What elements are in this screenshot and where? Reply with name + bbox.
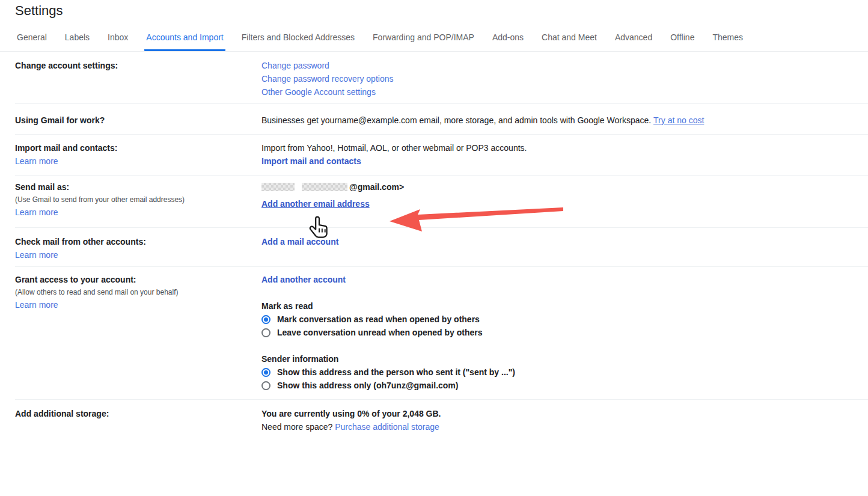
row-subnote: (Allow others to read and send mail on y… [15,286,247,298]
storage-usage-text: You are currently using 0% of your 2,048… [261,407,868,420]
learn-more-link[interactable]: Learn more [15,248,58,262]
mark-as-read-heading: Mark as read [261,299,868,313]
tab-labels[interactable]: Labels [63,25,91,51]
row-label: Grant access to your account: [15,273,247,286]
tab-inbox[interactable]: Inbox [106,25,130,51]
tab-offline[interactable]: Offline [668,25,696,51]
radio-option-label: Leave conversation unread when opened by… [277,326,483,339]
tab-chat-and-meet[interactable]: Chat and Meet [540,25,599,51]
settings-tabbar: General Labels Inbox Accounts and Import… [0,25,868,52]
radio-button-mark-read[interactable] [261,315,270,324]
settings-row-storage: Add additional storage: You are currentl… [15,400,868,443]
radio-button-show-address-only[interactable] [261,381,270,390]
radio-option-label: Show this address and the person who sen… [277,366,515,379]
settings-row-gmail-for-work: Using Gmail for work? Businesses get you… [15,104,868,135]
row-label: Send mail as: [15,180,247,194]
radio-button-show-address-and-sender[interactable] [261,368,270,377]
learn-more-link[interactable]: Learn more [15,155,58,168]
import-mail-contacts-link[interactable]: Import mail and contacts [261,155,361,168]
change-password-link[interactable]: Change password [261,59,329,72]
redacted-email-block [302,183,347,191]
settings-row-check-mail: Check mail from other accounts: Learn mo… [15,228,868,267]
other-google-account-settings-link[interactable]: Other Google Account settings [261,85,376,99]
tab-general[interactable]: General [15,25,49,51]
add-mail-account-link[interactable]: Add a mail account [261,235,338,248]
settings-row-import-mail: Import mail and contacts: Learn more Imp… [15,135,868,176]
change-password-recovery-link[interactable]: Change password recovery options [261,72,393,85]
tab-advanced[interactable]: Advanced [613,25,654,51]
row-label: Change account settings: [15,59,247,72]
radio-option-label: Show this address only (oh7unz@gmail.com… [277,379,458,392]
tab-add-ons[interactable]: Add-ons [491,25,525,51]
tab-forwarding-and-pop-imap[interactable]: Forwarding and POP/IMAP [371,25,476,51]
row-label: Using Gmail for work? [15,114,247,127]
settings-row-send-mail-as: Send mail as: (Use Gmail to send from yo… [15,176,868,228]
try-at-no-cost-link[interactable]: Try at no cost [653,114,704,127]
purchase-storage-link[interactable]: Purchase additional storage [335,420,439,433]
sender-information-heading: Sender information [261,352,868,366]
settings-row-grant-access: Grant access to your account: (Allow oth… [15,267,868,400]
learn-more-link[interactable]: Learn more [15,206,58,219]
tab-accounts-and-import[interactable]: Accounts and Import [144,25,225,51]
redacted-email-block [261,183,295,191]
need-more-space-text: Need more space? [261,422,332,432]
settings-row-change-account: Change account settings: Change password… [15,52,868,104]
learn-more-link[interactable]: Learn more [15,298,58,311]
gmail-settings-page: Settings General Labels Inbox Accounts a… [0,0,868,496]
row-subnote: (Use Gmail to send from your other email… [15,194,247,206]
add-another-email-link[interactable]: Add another email address [261,197,370,210]
tab-filters-and-blocked-addresses[interactable]: Filters and Blocked Addresses [240,25,356,51]
workspace-promo-text: Businesses get yourname@example.com emai… [261,115,651,125]
tab-themes[interactable]: Themes [711,25,745,51]
add-another-account-link[interactable]: Add another account [261,273,346,286]
row-label: Import mail and contacts: [15,141,247,155]
import-description: Import from Yahoo!, Hotmail, AOL, or oth… [261,141,868,155]
radio-option-label: Mark conversation as read when opened by… [277,313,480,326]
row-label: Add additional storage: [15,407,247,420]
page-title: Settings [0,0,868,19]
radio-button-leave-unread[interactable] [261,328,270,337]
email-suffix: @gmail.com> [349,182,404,192]
row-label: Check mail from other accounts: [15,235,247,248]
